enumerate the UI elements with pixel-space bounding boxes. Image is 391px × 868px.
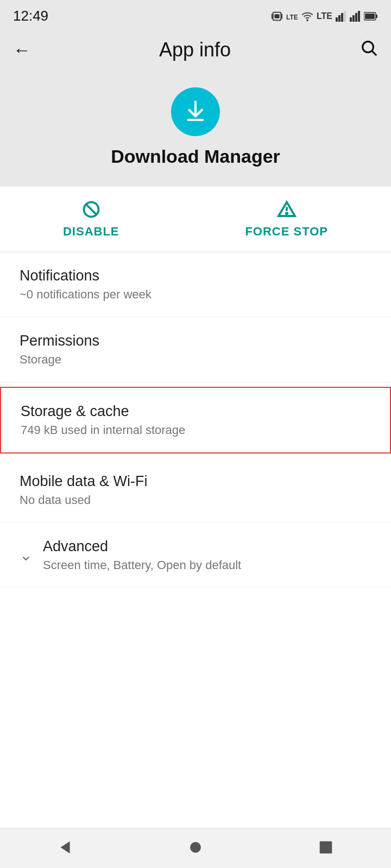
svg-rect-28 (320, 841, 332, 854)
svg-rect-1 (281, 14, 282, 18)
permissions-title: Permissions (20, 333, 371, 349)
nav-back-button[interactable] (56, 838, 74, 858)
svg-rect-13 (358, 11, 360, 22)
svg-marker-26 (61, 841, 70, 854)
svg-rect-3 (274, 14, 279, 18)
app-name: Download Manager (111, 146, 280, 167)
force-stop-label: FORCE STOP (245, 225, 328, 239)
mobile-data-item[interactable]: Mobile data & Wi-Fi No data used (0, 458, 391, 523)
action-row: DISABLE FORCE STOP (0, 187, 391, 252)
notifications-title: Notifications (20, 267, 371, 284)
storage-cache-title: Storage & cache (21, 403, 370, 420)
bottom-nav (0, 828, 391, 868)
nav-recents-icon (317, 838, 335, 857)
status-bar: 12:49 LTE LTE (0, 0, 391, 29)
disable-button[interactable]: DISABLE (63, 200, 119, 239)
svg-point-17 (363, 42, 374, 53)
storage-cache-subtitle: 749 kB used in internal storage (21, 423, 370, 437)
signal2-icon (350, 10, 361, 22)
status-time: 12:49 (13, 8, 48, 24)
app-icon (171, 87, 220, 136)
svg-rect-15 (376, 15, 377, 18)
disable-label: DISABLE (63, 225, 119, 239)
page-title: App info (159, 39, 231, 61)
svg-rect-8 (341, 13, 343, 22)
search-button[interactable] (360, 39, 378, 61)
permissions-item[interactable]: Permissions Storage (0, 317, 391, 382)
svg-rect-16 (365, 14, 375, 19)
battery-icon (364, 10, 378, 22)
svg-point-25 (286, 213, 287, 214)
app-header: Download Manager (0, 71, 391, 187)
svg-rect-10 (350, 17, 352, 22)
download-icon (182, 98, 209, 125)
vibrate-icon (271, 10, 283, 22)
nav-recents-button[interactable] (317, 838, 335, 858)
force-stop-button[interactable]: FORCE STOP (245, 200, 328, 239)
force-stop-icon (277, 200, 297, 219)
svg-rect-0 (272, 14, 273, 18)
lte-text-icon: LTE (317, 11, 332, 21)
advanced-item[interactable]: ⌄ Advanced Screen time, Battery, Open by… (0, 523, 391, 588)
nav-home-button[interactable] (186, 838, 205, 858)
svg-line-18 (372, 51, 376, 55)
mobile-data-subtitle: No data used (20, 493, 371, 507)
svg-rect-12 (355, 13, 357, 22)
wifi-icon (301, 10, 313, 22)
permissions-subtitle: Storage (20, 353, 371, 367)
svg-point-27 (190, 842, 201, 853)
notifications-item[interactable]: Notifications ~0 notifications per week (0, 252, 391, 317)
back-button[interactable]: ← (13, 40, 30, 60)
chevron-down-icon: ⌄ (20, 546, 32, 564)
svg-rect-6 (336, 17, 338, 22)
nav-back-icon (56, 838, 74, 857)
svg-rect-9 (344, 11, 346, 22)
lte-call-icon: LTE (286, 10, 298, 22)
storage-cache-item[interactable]: Storage & cache 749 kB used in internal … (0, 387, 391, 454)
svg-point-5 (307, 20, 308, 21)
signal1-icon (336, 10, 346, 22)
svg-text:LTE: LTE (286, 13, 298, 21)
notifications-subtitle: ~0 notifications per week (20, 288, 371, 302)
disable-icon (81, 200, 101, 219)
mobile-data-title: Mobile data & Wi-Fi (20, 473, 371, 490)
menu-list: Notifications ~0 notifications per week … (0, 252, 391, 828)
svg-rect-7 (338, 15, 340, 22)
advanced-subtitle: Screen time, Battery, Open by default (43, 558, 241, 572)
status-icons: LTE LTE (271, 10, 378, 22)
nav-home-icon (186, 838, 205, 857)
advanced-title: Advanced (43, 538, 241, 555)
top-bar: ← App info (0, 29, 391, 71)
svg-line-22 (85, 203, 97, 215)
svg-rect-11 (352, 15, 355, 22)
